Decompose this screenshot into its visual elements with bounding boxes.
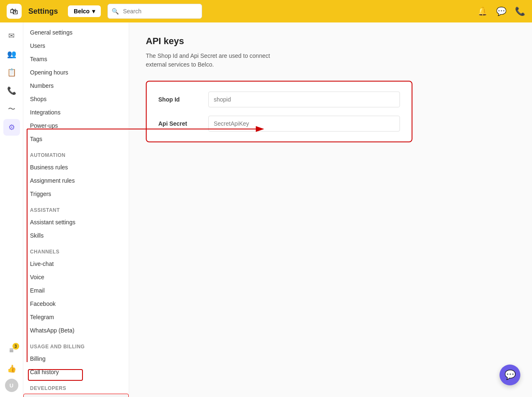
billing-section-label: Usage and Billing <box>23 337 129 352</box>
sidebar-item-settings[interactable]: ⚙ <box>3 119 20 136</box>
sidebar-item-inbox[interactable]: ✉ <box>3 27 20 44</box>
shop-id-row: Shop Id <box>158 92 400 107</box>
phone-icon[interactable]: 📞 <box>515 6 525 16</box>
channels-section-label: Channels <box>23 242 129 257</box>
chat-fab-button[interactable]: 💬 <box>500 365 520 385</box>
thumbsup-icon: 👍 <box>7 364 16 373</box>
app-title: Settings <box>28 7 58 16</box>
icon-sidebar: ✉ 👥 📋 📞 〜 ⚙ ≡ 3 👍 U <box>0 22 23 397</box>
org-selector-button[interactable]: Belco ▾ <box>68 5 101 17</box>
shop-id-label: Shop Id <box>158 96 208 103</box>
api-secret-row: Api Secret <box>158 116 400 132</box>
developers-section-label: Developers <box>23 379 129 394</box>
contacts-icon: 👥 <box>7 50 16 59</box>
shop-id-input[interactable] <box>208 92 400 107</box>
nav-email[interactable]: Email <box>23 284 129 297</box>
nav-assignment-rules[interactable]: Assignment rules <box>23 174 129 187</box>
nav-business-rules[interactable]: Business rules <box>23 161 129 174</box>
sidebar-item-queue[interactable]: ≡ 3 <box>3 342 20 359</box>
app-logo: 🛍 <box>7 4 22 19</box>
analytics-icon: 〜 <box>8 104 15 114</box>
page-description: The Shop Id and Api Secret are used to c… <box>146 52 279 69</box>
content-area: API keys The Shop Id and Api Secret are … <box>129 22 532 397</box>
search-input[interactable] <box>107 4 202 19</box>
topbar: 🛍 Settings Belco ▾ 🔍 🔔 💬 📞 <box>0 0 532 22</box>
queue-badge: 3 <box>12 343 19 350</box>
nav-billing[interactable]: Billing <box>23 352 129 365</box>
inbox-icon: ✉ <box>8 31 15 40</box>
nav-teams[interactable]: Teams <box>23 52 129 66</box>
chat-fab-icon: 💬 <box>505 370 516 380</box>
nav-call-history[interactable]: Call history <box>23 365 129 379</box>
api-keys-card: Shop Id Api Secret <box>146 81 412 142</box>
nav-skills[interactable]: Skills <box>23 229 129 242</box>
nav-facebook[interactable]: Facebook <box>23 297 129 310</box>
sidebar-item-calls[interactable]: 📞 <box>3 82 20 99</box>
sidebar-item-contacts[interactable]: 👥 <box>3 46 20 62</box>
nav-triggers[interactable]: Triggers <box>23 187 129 201</box>
org-label: Belco <box>74 8 90 15</box>
nav-assistant-settings[interactable]: Assistant settings <box>23 216 129 229</box>
sidebar-item-analytics[interactable]: 〜 <box>3 101 20 117</box>
nav-sidebar: General settings Users Teams Opening hou… <box>23 22 129 397</box>
reports-icon: 📋 <box>7 68 16 77</box>
chat-icon[interactable]: 💬 <box>496 6 507 16</box>
nav-power-ups[interactable]: Power-ups <box>23 119 129 132</box>
nav-users[interactable]: Users <box>23 39 129 52</box>
sidebar-item-reports[interactable]: 📋 <box>3 64 20 81</box>
dropdown-icon: ▾ <box>92 8 95 15</box>
notification-icon[interactable]: 🔔 <box>477 6 488 16</box>
search-icon: 🔍 <box>112 8 119 15</box>
sidebar-item-feedback[interactable]: 👍 <box>3 360 20 377</box>
page-title: API keys <box>146 36 515 47</box>
nav-opening-hours[interactable]: Opening hours <box>23 66 129 79</box>
automation-section-label: Automation <box>23 146 129 161</box>
user-avatar[interactable]: U <box>5 379 18 392</box>
nav-integrations[interactable]: Integrations <box>23 106 129 119</box>
icon-sidebar-bottom: ≡ 3 👍 U <box>3 342 20 397</box>
nav-tags[interactable]: Tags <box>23 132 129 146</box>
nav-live-chat[interactable]: Live-chat <box>23 257 129 270</box>
nav-general-settings[interactable]: General settings <box>23 26 129 39</box>
calls-icon: 📞 <box>7 86 16 95</box>
assistant-section-label: Assistant <box>23 201 129 216</box>
nav-voice[interactable]: Voice <box>23 270 129 284</box>
nav-whatsapp[interactable]: WhatsApp (Beta) <box>23 324 129 337</box>
api-secret-label: Api Secret <box>158 120 208 127</box>
api-secret-input[interactable] <box>208 116 400 132</box>
settings-icon: ⚙ <box>8 123 15 132</box>
main-layout: ✉ 👥 📋 📞 〜 ⚙ ≡ 3 👍 U Gen <box>0 22 532 397</box>
nav-api-keys[interactable]: Api keys <box>23 394 129 397</box>
nav-telegram[interactable]: Telegram <box>23 310 129 324</box>
search-wrapper: 🔍 <box>107 4 274 19</box>
nav-shops[interactable]: Shops <box>23 92 129 106</box>
topbar-icons: 🔔 💬 📞 <box>477 6 525 16</box>
nav-numbers[interactable]: Numbers <box>23 79 129 92</box>
